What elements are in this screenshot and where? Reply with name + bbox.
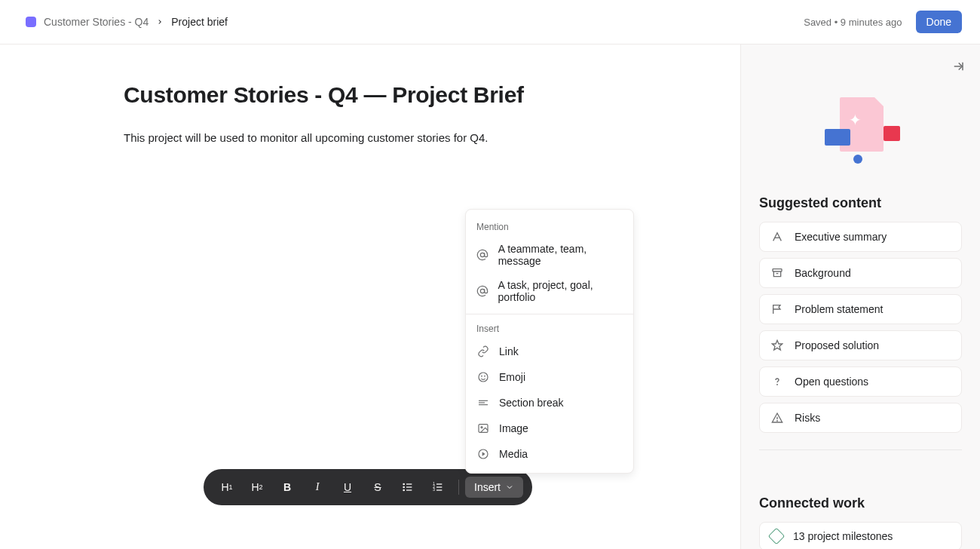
menu-item-link[interactable]: Link [466,339,633,364]
svg-point-24 [485,376,485,376]
svg-point-23 [482,376,482,376]
chevron-down-icon [505,483,514,492]
chevron-right-icon [156,18,164,26]
milestones-link[interactable]: 13 project milestones [759,522,962,549]
suggestion-risks[interactable]: Risks [759,403,962,433]
menu-item-label: Section break [499,397,564,409]
svg-marker-4 [772,340,782,350]
menu-item-image[interactable]: Image [466,416,633,441]
svg-point-29 [481,427,482,428]
svg-point-8 [403,483,404,484]
svg-point-5 [777,385,778,385]
menu-item-label: Emoji [499,371,525,383]
insert-menu: Mention A teammate, team, message A task… [465,209,634,474]
section-break-icon [476,396,490,409]
svg-point-22 [479,373,488,382]
menu-item-label: Link [499,345,519,357]
underline-button[interactable]: U [333,475,362,499]
menu-item-mention-work[interactable]: A task, project, goal, portfolio [466,273,633,309]
suggestion-proposed-solution[interactable]: Proposed solution [759,330,962,360]
numbered-list-button[interactable]: 123 [424,475,452,499]
suggestion-label: Executive summary [795,231,887,243]
suggestion-label: Proposed solution [795,339,879,351]
suggestion-label: Risks [795,412,820,424]
menu-item-label: Image [499,422,528,434]
suggestion-label: Open questions [795,376,868,388]
text-a-icon [770,230,784,244]
emoji-icon [476,370,490,384]
menu-item-label: A task, project, goal, portfolio [498,279,623,303]
question-icon [770,375,784,388]
saved-status: Saved • 9 minutes ago [804,17,902,28]
formatting-toolbar: H1 H2 B I U S 123 Insert [204,469,532,505]
document-body[interactable]: This project will be used to monitor all… [124,129,665,147]
header: Customer Stories - Q4 Project brief Save… [0,0,980,44]
sidebar-illustration: ✦ [823,97,899,165]
svg-point-20 [481,253,485,256]
menu-separator [466,314,633,314]
svg-point-10 [403,486,404,487]
italic-button[interactable]: I [303,475,332,499]
bold-button[interactable]: B [273,475,302,499]
suggested-content-title: Suggested content [759,195,962,211]
insert-button-label: Insert [474,481,501,493]
at-icon [476,248,489,262]
svg-point-21 [481,289,485,293]
flag-icon [770,302,784,316]
toolbar-separator [458,480,459,495]
milestones-label: 13 project milestones [793,530,893,542]
suggestion-label: Background [795,267,851,279]
suggestion-executive-summary[interactable]: Executive summary [759,222,962,252]
archive-icon [770,266,784,280]
image-icon [476,422,490,435]
insert-button[interactable]: Insert [465,477,523,498]
link-icon [476,345,490,358]
connected-work-title: Connected work [759,495,962,511]
svg-rect-28 [479,425,488,433]
suggestion-open-questions[interactable]: Open questions [759,367,962,397]
media-icon [476,447,490,461]
svg-rect-2 [773,269,782,271]
suggestion-problem-statement[interactable]: Problem statement [759,294,962,324]
collapse-sidebar-icon[interactable] [951,60,965,73]
header-right: Saved • 9 minutes ago Done [804,11,962,33]
suggestion-label: Problem statement [795,303,884,315]
svg-point-12 [403,489,404,490]
menu-item-label: A teammate, team, message [498,243,623,267]
milestone-icon [768,528,786,545]
heading2-button[interactable]: H2 [243,475,271,499]
menu-item-media[interactable]: Media [466,441,633,467]
menu-item-emoji[interactable]: Emoji [466,364,633,390]
heading1-button[interactable]: H1 [213,475,241,499]
menu-item-section-break[interactable]: Section break [466,390,633,416]
menu-group-mention: Mention [466,217,633,237]
star-icon [770,339,784,352]
at-icon [476,284,489,298]
sidebar: ✦ Suggested content Executive summary Ba… [740,44,980,549]
done-button[interactable]: Done [916,11,962,33]
svg-marker-31 [482,452,485,455]
svg-point-7 [777,421,778,422]
menu-item-mention-people[interactable]: A teammate, team, message [466,237,633,273]
menu-item-label: Media [499,448,528,460]
suggestion-background[interactable]: Background [759,258,962,288]
svg-text:3: 3 [433,488,435,492]
document-title[interactable]: Customer Stories - Q4 — Project Brief [124,82,665,108]
menu-group-insert: Insert [466,319,633,339]
warning-icon [770,411,784,425]
project-icon [26,17,36,27]
bullet-list-button[interactable] [394,475,422,499]
strikethrough-button[interactable]: S [363,475,392,499]
sidebar-divider [759,449,962,450]
breadcrumb: Customer Stories - Q4 Project brief [26,16,228,28]
breadcrumb-current: Project brief [171,16,228,28]
breadcrumb-parent[interactable]: Customer Stories - Q4 [44,16,149,28]
